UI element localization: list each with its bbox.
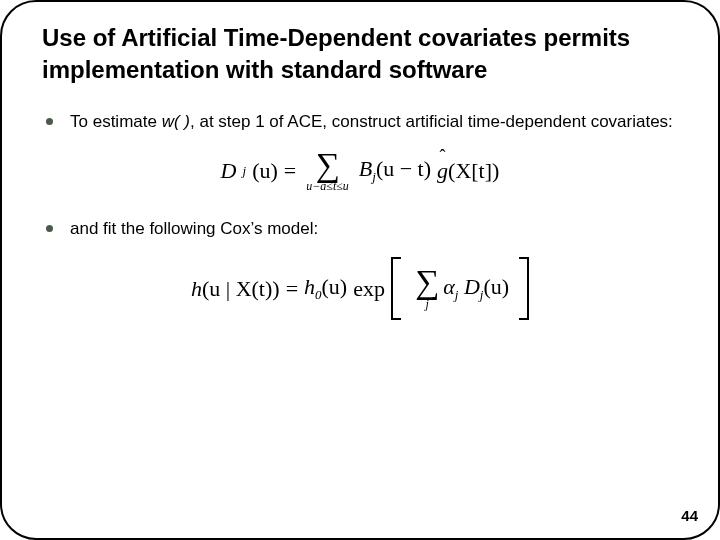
- eq2-sum-index: j: [425, 298, 428, 310]
- eq2-sum: ∑ j: [415, 267, 439, 310]
- sigma-icon: ∑: [315, 150, 339, 181]
- equation-1-math: Dj(u) = ∑ u−a≤t≤u Bj(u − t) g(X[t]): [221, 150, 500, 193]
- bullet-list-2: and fit the following Cox’s model:: [42, 218, 678, 241]
- eq1-ghat: g: [437, 158, 448, 184]
- eq1-D-arg: (u): [252, 158, 278, 184]
- eq2-bracket: ∑ j αj Dj(u): [391, 257, 529, 320]
- right-bracket-icon: [519, 257, 529, 320]
- eq1-B-arg: (u − t): [376, 156, 431, 181]
- eq2-h0: h: [304, 274, 315, 299]
- bullet-list: To estimate w( ), at step 1 of ACE, cons…: [42, 111, 678, 134]
- bullet-1: To estimate w( ), at step 1 of ACE, cons…: [42, 111, 678, 134]
- eq2-h: h: [191, 276, 202, 301]
- eq1-D-sub: j: [243, 163, 247, 179]
- eq1-B: B: [359, 156, 372, 181]
- eq1-g-arg: (X[t]): [448, 158, 499, 183]
- equation-1: Dj(u) = ∑ u−a≤t≤u Bj(u − t) g(X[t]): [42, 150, 678, 193]
- eq2-D-arg: (u): [483, 274, 509, 299]
- eq1-equals: =: [284, 158, 296, 184]
- eq1-D: D: [221, 158, 237, 184]
- eq2-equals: =: [286, 276, 298, 302]
- eq2-alpha-sub: j: [455, 287, 459, 302]
- bullet-1-prefix: To estimate: [70, 112, 162, 131]
- equation-2-math: h(u | X(t)) = h0(u) exp ∑ j αj Dj(u): [191, 257, 529, 320]
- slide-frame: Use of Artificial Time-Dependent covaria…: [0, 0, 720, 540]
- bullet-1-suffix: , at step 1 of ACE, construct artificial…: [190, 112, 673, 131]
- left-bracket-icon: [391, 257, 401, 320]
- sigma-icon: ∑: [415, 267, 439, 298]
- bullet-1-emph: w( ): [162, 112, 190, 131]
- bullet-2: and fit the following Cox’s model:: [42, 218, 678, 241]
- eq2-D: D: [464, 274, 480, 299]
- bullet-2-text: and fit the following Cox’s model:: [70, 219, 318, 238]
- eq2-alpha: α: [443, 274, 455, 299]
- page-number: 44: [681, 507, 698, 524]
- eq2-exp: exp: [353, 276, 385, 302]
- eq1-sum: ∑ u−a≤t≤u: [306, 150, 349, 193]
- equation-2: h(u | X(t)) = h0(u) exp ∑ j αj Dj(u): [42, 257, 678, 320]
- eq1-sum-range: u−a≤t≤u: [306, 180, 349, 192]
- eq2-h0-arg: (u): [322, 274, 348, 299]
- eq2-h-arg: (u | X(t)): [202, 276, 280, 301]
- slide-title: Use of Artificial Time-Dependent covaria…: [42, 22, 678, 87]
